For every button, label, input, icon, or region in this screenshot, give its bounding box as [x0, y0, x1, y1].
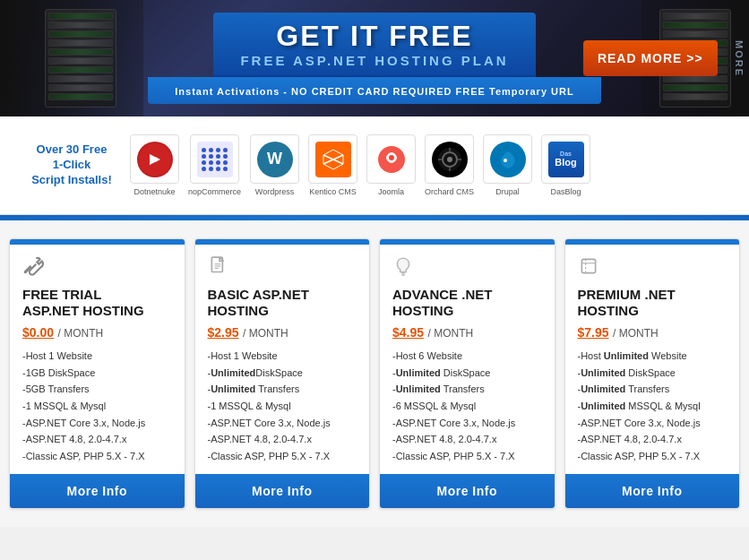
banner-title: GET IT FREE [240, 20, 508, 53]
kentico-icon-box [308, 134, 357, 184]
wordpress-label: Wordpress [255, 187, 294, 196]
plan-amount-basic: $2.95 [208, 325, 239, 340]
banner: GET IT FREE FREE ASP.NET HOSTING PLAN In… [0, 0, 749, 116]
joomla-label: Joomla [378, 187, 404, 196]
orchard-icon-box [425, 134, 474, 184]
plan-content-free: FREE TRIAL ASP.NET HOSTING $0.00 / MONTH… [10, 245, 185, 474]
script-item-dotnetnuke: Dotnetnuke [130, 134, 179, 196]
file-icon [208, 255, 357, 281]
plan-features-premium: -Host Unlimited Website -Unlimited DiskS… [578, 348, 727, 465]
orchard-icon [432, 142, 468, 177]
plan-features-advance: -Host 6 Website -Unlimited DiskSpace -Un… [392, 348, 542, 465]
plan-content-advance: ADVANCE .NET HOSTING $4.95 / MONTH -Host… [380, 245, 555, 474]
plan-amount-premium: $7.95 [578, 325, 609, 340]
plan-price-advance: $4.95 / MONTH [392, 324, 542, 340]
nopcommerce-icon [197, 142, 233, 177]
drupal-label: Drupal [495, 187, 520, 196]
plan-content-premium: PREMIUM .NET HOSTING $7.95 / MONTH -Host… [565, 245, 740, 474]
banner-bottom-bar: Instant Activations - NO CREDIT CARD REQ… [148, 77, 600, 104]
script-item-nopcommerce: nopCommerce [188, 134, 241, 196]
joomla-icon-box [366, 134, 416, 184]
drupal-icon [490, 142, 526, 177]
dasblog-label: DasBlog [551, 187, 581, 196]
svg-point-14 [504, 159, 507, 162]
more-info-btn-basic: More Info [252, 484, 313, 498]
scripts-section: Over 30 Free 1-Click Script Installs! Do… [0, 116, 749, 215]
plan-card-basic: BASIC ASP.NET HOSTING $2.95 / MONTH -Hos… [194, 238, 371, 509]
nopcommerce-icon-box [190, 134, 239, 184]
more-info-btn-free: More Info [67, 484, 128, 498]
script-item-orchard: Orchard CMS [425, 134, 474, 196]
plan-more-info-advance[interactable]: More Info [380, 474, 555, 508]
banner-top-bar: GET IT FREE FREE ASP.NET HOSTING PLAN [213, 13, 535, 77]
plan-card-free-trial: FREE TRIAL ASP.NET HOSTING $0.00 / MONTH… [9, 238, 185, 509]
plan-more-info-basic[interactable]: More Info [195, 474, 370, 508]
dotnetnuke-icon-box [130, 134, 179, 184]
script-item-wordpress: W Wordpress [250, 134, 299, 196]
plan-amount-free: $0.00 [22, 325, 54, 340]
plan-content-basic: BASIC ASP.NET HOSTING $2.95 / MONTH -Hos… [195, 245, 370, 474]
wordpress-icon-box: W [250, 134, 299, 184]
banner-side-text: MORE [734, 40, 745, 77]
script-item-kentico: Kentico CMS [308, 134, 357, 196]
plan-price-premium: $7.95 / MONTH [578, 324, 727, 340]
more-info-btn-advance: More Info [437, 484, 498, 498]
plan-features-basic: -Host 1 Website -UnlimitedDiskSpace -Unl… [208, 348, 357, 465]
plan-name-basic: BASIC ASP.NET HOSTING [208, 287, 357, 319]
scripts-label: Over 30 Free 1-Click Script Installs! [27, 142, 116, 188]
plans-section: FREE TRIAL ASP.NET HOSTING $0.00 / MONTH… [0, 220, 749, 527]
svg-rect-21 [581, 259, 595, 272]
server-rack-left [9, 0, 152, 116]
dotnetnuke-icon [137, 142, 173, 177]
banner-center: GET IT FREE FREE ASP.NET HOSTING PLAN In… [148, 13, 600, 104]
plan-price-free: $0.00 / MONTH [22, 324, 172, 340]
script-item-dasblog: Das Blog DasBlog [541, 134, 590, 196]
plan-per-free: / MONTH [58, 327, 104, 340]
plan-per-advance: / MONTH [428, 327, 474, 340]
drupal-icon-box [483, 134, 532, 184]
plan-name-advance: ADVANCE .NET HOSTING [392, 287, 542, 319]
dotnetnuke-label: Dotnetnuke [133, 187, 175, 196]
plan-per-basic: / MONTH [243, 327, 288, 340]
plan-more-info-free[interactable]: More Info [10, 474, 185, 508]
plan-per-premium: / MONTH [613, 327, 659, 340]
plan-more-info-premium[interactable]: More Info [565, 474, 740, 508]
dasblog-icon-box: Das Blog [541, 134, 590, 184]
nopcommerce-label: nopCommerce [188, 187, 241, 196]
plan-features-free: -Host 1 Website -1GB DiskSpace -5GB Tran… [22, 348, 172, 465]
banner-subtitle: FREE ASP.NET HOSTING PLAN [240, 53, 508, 68]
orchard-label: Orchard CMS [425, 187, 474, 196]
plan-name-premium: PREMIUM .NET HOSTING [578, 287, 727, 319]
plan-card-premium: PREMIUM .NET HOSTING $7.95 / MONTH -Host… [564, 238, 741, 509]
read-more-button[interactable]: READ MORE >> [583, 40, 718, 76]
wordpress-icon: W [257, 142, 293, 177]
plan-card-advance: ADVANCE .NET HOSTING $4.95 / MONTH -Host… [379, 238, 555, 509]
plan-name-free: FREE TRIAL ASP.NET HOSTING [22, 287, 172, 319]
svg-point-5 [389, 155, 394, 160]
script-icons-list: Dotnetnuke nopCommerce W Wor [130, 134, 590, 196]
script-item-joomla: Joomla [366, 134, 416, 196]
wrench-icon [22, 255, 172, 281]
kentico-label: Kentico CMS [309, 187, 357, 196]
more-info-btn-premium: More Info [622, 484, 683, 498]
svg-point-1 [152, 157, 158, 162]
kentico-icon [315, 142, 351, 177]
plan-amount-advance: $4.95 [392, 325, 424, 340]
script-item-drupal: Drupal [483, 134, 532, 196]
banner-bottom-text: Instant Activations - NO CREDIT CARD REQ… [175, 86, 573, 97]
diamond-icon [578, 255, 727, 281]
plan-price-basic: $2.95 / MONTH [208, 324, 357, 340]
dasblog-icon: Das Blog [548, 142, 584, 177]
bulb-icon [392, 255, 542, 281]
joomla-icon [374, 142, 409, 177]
svg-point-8 [447, 157, 452, 162]
